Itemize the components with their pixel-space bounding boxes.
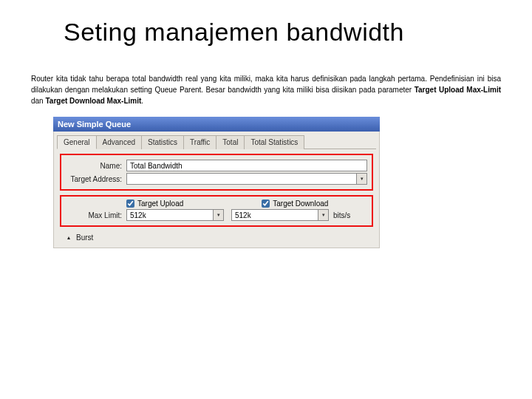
download-dropdown-arrow-icon[interactable]: ▾ bbox=[318, 209, 329, 221]
dialog-title: New Simple Queue bbox=[58, 120, 131, 129]
tab-total[interactable]: Total bbox=[216, 135, 245, 149]
form-area: Name: Target Address: ▾ Target Upload Ta… bbox=[57, 149, 376, 243]
burst-label: Burst bbox=[76, 233, 93, 242]
dialog-titlebar: New Simple Queue bbox=[53, 117, 380, 132]
target-download-checkbox[interactable] bbox=[262, 200, 270, 208]
burst-row: ▴ Burst bbox=[60, 231, 373, 242]
name-label: Name: bbox=[66, 162, 126, 170]
upload-dropdown-arrow-icon[interactable]: ▾ bbox=[214, 209, 224, 221]
para-bold-1: Target Upload Max-Limit bbox=[415, 86, 501, 94]
para-bold-2: Target Download Max-Limit bbox=[45, 97, 141, 105]
target-upload-checkbox[interactable] bbox=[126, 200, 134, 208]
tab-statistics[interactable]: Statistics bbox=[141, 135, 184, 149]
upload-download-check-row: Target Upload Target Download bbox=[66, 200, 367, 208]
target-row: Target Address: ▾ bbox=[66, 173, 367, 185]
limits-group: Target Upload Target Download Max Limit:… bbox=[60, 195, 373, 227]
para-text-after: . bbox=[141, 97, 143, 105]
name-target-group: Name: Target Address: ▾ bbox=[60, 154, 373, 191]
intro-paragraph: Router kita tidak tahu berapa total band… bbox=[0, 47, 532, 106]
target-download-label: Target Download bbox=[273, 200, 330, 208]
para-mid: dan bbox=[31, 97, 45, 105]
target-address-input[interactable] bbox=[126, 173, 357, 185]
upload-maxlimit-input[interactable] bbox=[126, 209, 214, 221]
queue-dialog: New Simple Queue General Advanced Statis… bbox=[53, 117, 380, 248]
target-label: Target Address: bbox=[66, 175, 126, 183]
tab-traffic[interactable]: Traffic bbox=[183, 135, 216, 149]
tab-strip: General Advanced Statistics Traffic Tota… bbox=[57, 134, 376, 149]
name-row: Name: bbox=[66, 160, 367, 171]
unit-label: bits/s bbox=[329, 211, 350, 219]
tab-general[interactable]: General bbox=[57, 135, 97, 149]
maxlimit-label: Max Limit: bbox=[66, 211, 126, 219]
tab-advanced[interactable]: Advanced bbox=[96, 135, 142, 149]
target-dropdown-arrow-icon[interactable]: ▾ bbox=[357, 173, 367, 185]
tab-total-statistics[interactable]: Total Statistics bbox=[244, 135, 304, 149]
download-maxlimit-input[interactable] bbox=[231, 209, 318, 221]
target-upload-label: Target Upload bbox=[137, 200, 185, 208]
page-title: Seting manajemen bandwidth bbox=[0, 0, 532, 47]
maxlimit-row: Max Limit: ▾ ▾ bits/s bbox=[66, 209, 367, 221]
dialog-body: General Advanced Statistics Traffic Tota… bbox=[53, 132, 380, 248]
name-input[interactable] bbox=[126, 160, 367, 171]
burst-disclose-icon[interactable]: ▴ bbox=[64, 233, 73, 242]
